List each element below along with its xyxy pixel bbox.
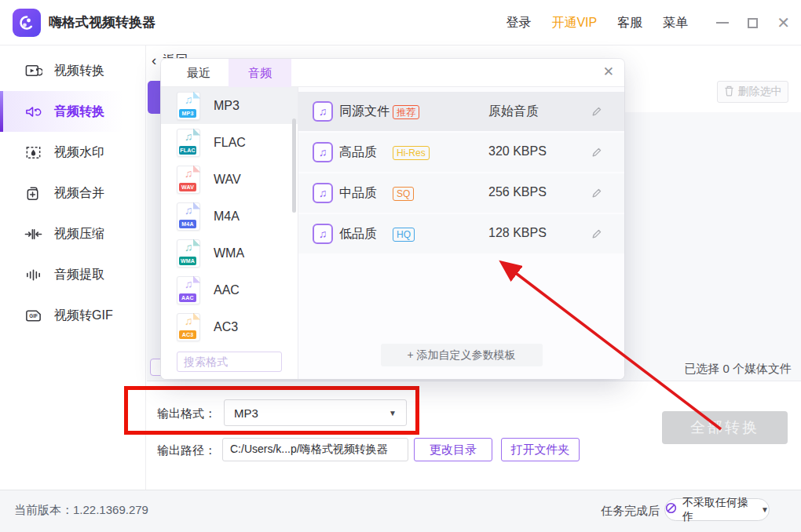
video-watermark-icon (24, 143, 42, 162)
output-format-value: MP3 (234, 406, 389, 420)
format-item-mp3[interactable]: ♫ MP3 MP3 (161, 87, 298, 124)
delete-selected-button[interactable]: 删除选中 (717, 81, 788, 103)
format-item-ac3[interactable]: ♫ AC3 AC3 (161, 308, 298, 345)
video-convert-icon (24, 61, 42, 80)
music-note-icon: ♫ (313, 101, 333, 122)
edit-pencil-icon[interactable] (591, 106, 602, 120)
music-note-icon: ♫ (313, 142, 333, 162)
after-task-dropdown[interactable]: 不采取任何操作 ▼ (664, 498, 770, 521)
change-directory-button[interactable]: 更改目录 (414, 438, 492, 461)
popup-close-icon[interactable]: ✕ (603, 65, 614, 78)
selected-files-info: 已选择 0 个媒体文件 (684, 362, 792, 377)
hires-badge: Hi-Res (393, 146, 430, 160)
sidebar-item-label: 视频合并 (54, 185, 104, 202)
format-picker-popup: 最近 音频 ✕ ♫ MP3 MP3 ♫ FLAC FLAC ♫ (161, 59, 624, 379)
tab-audio[interactable]: 音频 (229, 59, 291, 87)
maximize-icon[interactable] (748, 18, 758, 28)
m4a-file-icon: ♫ M4A (177, 202, 200, 231)
convert-all-button[interactable]: 全部转换 (662, 411, 788, 444)
after-task-value: 不采取任何操作 (682, 496, 755, 524)
sidebar-item-label: 视频转GIF (54, 308, 113, 324)
version-text: 当前版本：1.22.1369.279 (14, 503, 148, 518)
menu-link[interactable]: 菜单 (663, 15, 688, 31)
output-format-label: 输出格式： (157, 406, 216, 421)
close-icon[interactable]: ✕ (777, 15, 790, 31)
sidebar-item-video-convert[interactable]: 视频转换 (0, 50, 145, 91)
music-note-icon: ♫ (313, 183, 333, 203)
tab-recent[interactable]: 最近 (177, 59, 221, 87)
format-item-m4a[interactable]: ♫ M4A M4A (161, 198, 298, 235)
divider (147, 381, 801, 381)
video-merge-icon (24, 184, 42, 202)
flac-file-icon: ♫ FLAC (177, 129, 200, 157)
sidebar: 视频转换 音频转换 视频水印 (0, 46, 146, 490)
recommend-badge: 推荐 (393, 105, 419, 119)
dropdown-caret-icon: ▼ (761, 505, 769, 514)
sidebar-item-audio-extract[interactable]: 音频提取 (0, 254, 145, 295)
sq-badge: SQ (393, 187, 414, 201)
profile-list: ♫ 同源文件 推荐 原始音质 ♫ 高品质 Hi-Res 320 KBPS (298, 87, 624, 379)
minimize-icon[interactable] (716, 22, 729, 24)
format-search-input[interactable] (177, 352, 282, 372)
trash-icon (724, 86, 734, 99)
format-list: ♫ MP3 MP3 ♫ FLAC FLAC ♫ WAV WAV (161, 87, 298, 379)
sidebar-item-label: 音频转换 (54, 104, 104, 120)
gif-icon: GIF (24, 306, 42, 325)
output-format-dropdown[interactable]: MP3 ▼ (224, 399, 407, 426)
app-window: 嗨格式视频转换器 登录 开通VIP 客服 菜单 ✕ 视频转 (0, 0, 801, 532)
titlebar: 嗨格式视频转换器 登录 开通VIP 客服 菜单 ✕ (0, 0, 801, 46)
sidebar-item-audio-convert[interactable]: 音频转换 (0, 91, 145, 132)
open-folder-button[interactable]: 打开文件夹 (501, 438, 580, 461)
after-task-label: 任务完成后 (601, 504, 660, 519)
popup-tabbar: 最近 音频 ✕ (161, 59, 624, 87)
sidebar-item-video-watermark[interactable]: 视频水印 (0, 132, 145, 173)
vip-link[interactable]: 开通VIP (551, 15, 597, 31)
sidebar-item-label: 视频转换 (54, 63, 104, 79)
output-path-label: 输出路径： (157, 443, 216, 458)
no-action-icon (665, 502, 677, 517)
audio-extract-icon (24, 265, 42, 284)
wma-file-icon: ♫ WMA (177, 239, 200, 268)
edit-pencil-icon[interactable] (591, 147, 602, 161)
add-custom-template-button[interactable]: + 添加自定义参数模板 (381, 344, 543, 366)
video-compress-icon (24, 224, 42, 243)
statusbar: 当前版本：1.22.1369.279 任务完成后 不采取任何操作 ▼ (0, 490, 801, 532)
sidebar-item-label: 音频提取 (54, 267, 104, 283)
app-title: 嗨格式视频转换器 (49, 13, 155, 31)
wav-file-icon: ♫ WAV (177, 166, 200, 194)
sidebar-item-video-to-gif[interactable]: GIF 视频转GIF (0, 295, 145, 336)
edit-pencil-icon[interactable] (591, 188, 602, 202)
format-item-wma[interactable]: ♫ WMA WMA (161, 235, 298, 271)
music-note-icon: ♫ (313, 224, 333, 244)
mp3-file-icon: ♫ MP3 (177, 92, 200, 120)
app-logo-icon (13, 9, 41, 37)
dropdown-caret-icon: ▼ (389, 409, 397, 417)
login-link[interactable]: 登录 (506, 15, 531, 31)
sidebar-item-video-merge[interactable]: 视频合并 (0, 173, 145, 213)
delete-selected-label: 删除选中 (738, 85, 782, 99)
edit-pencil-icon[interactable] (591, 228, 602, 242)
format-item-flac[interactable]: ♫ FLAC FLAC (161, 124, 298, 161)
format-item-aac[interactable]: ♫ AAC AAC (161, 271, 298, 308)
hq-badge: HQ (393, 228, 415, 242)
audio-convert-icon (24, 102, 42, 121)
sidebar-item-label: 视频压缩 (54, 226, 104, 242)
output-path-input[interactable] (222, 438, 408, 461)
profile-row-low[interactable]: ♫ 低品质 HQ 128 KBPS (298, 214, 624, 253)
back-chevron-icon: ‹ (152, 52, 156, 69)
aac-file-icon: ♫ AAC (177, 276, 200, 304)
profile-row-medium[interactable]: ♫ 中品质 SQ 256 KBPS (298, 173, 624, 213)
sidebar-item-video-compress[interactable]: 视频压缩 (0, 213, 145, 254)
format-item-wav[interactable]: ♫ WAV WAV (161, 161, 298, 198)
profile-row-source[interactable]: ♫ 同源文件 推荐 原始音质 (298, 92, 624, 131)
scrollbar-thumb[interactable] (292, 118, 296, 213)
ac3-file-icon: ♫ AC3 (177, 313, 200, 341)
support-link[interactable]: 客服 (617, 15, 642, 31)
profile-row-high[interactable]: ♫ 高品质 Hi-Res 320 KBPS (298, 133, 624, 172)
sidebar-item-label: 视频水印 (54, 144, 104, 161)
svg-text:GIF: GIF (29, 313, 38, 319)
